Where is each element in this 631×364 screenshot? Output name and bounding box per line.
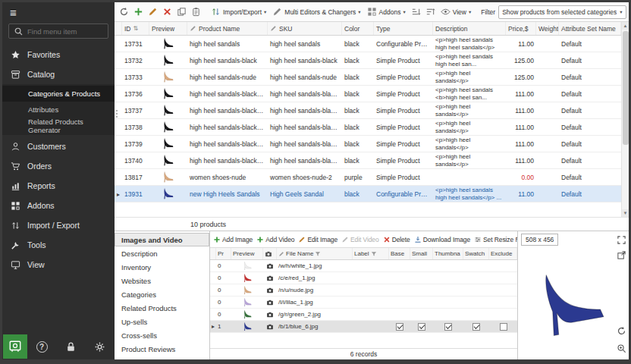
sidebar-item-customers[interactable]: Customers <box>2 136 115 156</box>
detail-tab[interactable]: Images and Video <box>115 233 209 246</box>
lock-icon[interactable] <box>65 341 77 353</box>
row-expander[interactable]: ▸ <box>210 299 216 306</box>
add-image-button[interactable]: Add Image <box>213 236 253 243</box>
detail-tab[interactable]: Websites <box>115 274 209 287</box>
scroll-thumb[interactable] <box>623 31 629 145</box>
col-description[interactable]: Description <box>433 22 506 35</box>
col-base[interactable]: Base <box>389 248 410 259</box>
sidebar-item-favorites[interactable]: Favorites <box>2 45 115 64</box>
help-button[interactable]: ? <box>36 341 48 353</box>
product-row[interactable]: ▸ 13738 high heel sandals-black-37 high … <box>115 119 621 136</box>
row-expander[interactable]: ▸ <box>115 190 122 198</box>
col-weight[interactable]: Weight <box>536 22 559 35</box>
product-row[interactable]: ▸ 13817 women shoes-nude women shoes-nud… <box>115 169 621 186</box>
image-row[interactable]: ▸ 1 /b/1/blue_6.jpg <box>210 321 517 333</box>
col-camera[interactable] <box>263 248 277 259</box>
multi-editors-menu[interactable]: Multi Editors & Changers▾ <box>270 5 363 18</box>
refresh-button[interactable] <box>118 5 130 18</box>
col-id[interactable]: ID⇅ <box>122 22 149 35</box>
vertical-scrollbar[interactable]: ▲ ▼ <box>621 22 629 217</box>
row-expander[interactable]: ▸ <box>115 40 122 48</box>
product-row[interactable]: ▸ 13739 high heel sandals-black-37 high … <box>115 136 621 152</box>
sidebar-item-related-products-generator[interactable]: Related Products Generator <box>2 118 115 133</box>
splitter-handle[interactable] <box>115 110 118 118</box>
sort-descending-button[interactable] <box>424 5 437 18</box>
sort-ascending-button[interactable] <box>410 5 422 18</box>
view-menu[interactable]: View▾ <box>438 5 474 18</box>
col-exclude[interactable]: Exclude <box>489 248 517 259</box>
set-resize-rule-button[interactable]: Set Resize Rule <box>474 236 517 243</box>
zoom-icon[interactable] <box>617 344 626 353</box>
product-row[interactable]: ▸ 13732 high heel sandals-black high hee… <box>115 52 621 69</box>
store-manager-button[interactable] <box>3 334 27 359</box>
col-small[interactable]: Small <box>410 248 433 259</box>
rotate-icon[interactable] <box>617 326 626 336</box>
detail-tab[interactable]: Related Products <box>115 301 209 315</box>
col-label[interactable]: Label <box>353 248 389 259</box>
detail-tab[interactable]: Categories <box>115 287 209 301</box>
row-expander[interactable]: ▸ <box>115 124 122 131</box>
col-product-name[interactable]: Product Name <box>187 22 268 35</box>
image-row[interactable]: ▸ 0 /c/e/red_1.jpg <box>210 272 517 284</box>
row-expander[interactable]: ▸ <box>115 140 122 148</box>
col-price[interactable]: Price,$ <box>506 22 536 35</box>
sidebar-item-tools[interactable]: Tools <box>2 235 115 255</box>
edit-product-button[interactable] <box>146 5 159 18</box>
col-attribute-set[interactable]: Attribute Set Name <box>559 22 621 35</box>
detail-tab[interactable]: Description <box>115 246 209 260</box>
expand-icon[interactable] <box>617 235 626 245</box>
col-swatch[interactable]: Swatch <box>463 248 489 259</box>
sidebar-item-attributes[interactable]: Attributes <box>2 102 115 118</box>
exclude-checkbox[interactable] <box>500 323 507 331</box>
menu-search-input[interactable] <box>27 27 103 36</box>
filters-menu[interactable]: Filters▾ <box>628 5 629 18</box>
scroll-up-arrow[interactable]: ▲ <box>622 22 629 30</box>
detail-tab[interactable]: Inventory <box>115 260 209 274</box>
row-expander[interactable]: ▸ <box>210 311 216 318</box>
product-row[interactable]: ▸ 13740 high heel sandals-black-38 high … <box>115 152 621 169</box>
delete-image-button[interactable]: Delete <box>383 236 410 243</box>
sidebar-item-view[interactable]: View <box>2 255 115 275</box>
row-expander[interactable]: ▸ <box>115 90 122 98</box>
product-row[interactable]: ▸ 13931 new High Heels Sandals High Geel… <box>115 186 621 202</box>
add-product-button[interactable] <box>132 5 145 18</box>
scroll-down-arrow[interactable]: ▼ <box>622 209 629 217</box>
col-file-name[interactable]: File Name <box>277 248 353 259</box>
product-row[interactable]: ▸ 13737 high heel sandals-black-36 high … <box>115 102 621 119</box>
image-row[interactable]: ▸ 0 /w/h/white_1.jpg <box>210 260 517 272</box>
sidebar-item-reports[interactable]: Reports <box>2 176 115 196</box>
import-export-menu[interactable]: Import/Export▾ <box>209 5 268 18</box>
col-sku[interactable]: SKU <box>268 22 342 35</box>
sidebar-item-addons[interactable]: Addons <box>2 196 115 215</box>
addons-menu[interactable]: Addons▾ <box>365 5 408 18</box>
download-image-button[interactable]: Download Image <box>414 236 470 243</box>
row-expander[interactable]: ▸ <box>210 287 216 293</box>
gear-icon[interactable] <box>94 341 105 353</box>
col-priority[interactable]: Pr <box>216 248 231 259</box>
row-expander[interactable]: ▸ <box>210 275 216 281</box>
category-filter-select[interactable]: Show products from selected categories ▾ <box>498 5 626 19</box>
col-type[interactable]: Type <box>374 22 433 35</box>
row-expander[interactable]: ▸ <box>115 74 122 81</box>
detail-tab[interactable]: Product Reviews <box>115 342 209 356</box>
base-checkbox[interactable] <box>396 323 403 331</box>
swatch-checkbox[interactable] <box>472 323 480 331</box>
col-preview[interactable]: Preview <box>149 22 187 35</box>
edit-video-button[interactable]: Edit Video <box>341 236 379 243</box>
paste-button[interactable] <box>190 5 202 18</box>
row-expander[interactable]: ▸ <box>210 323 216 330</box>
image-row[interactable]: ▸ 0 /g/r/green_2.jpg <box>210 309 517 321</box>
add-video-button[interactable]: Add Video <box>256 236 294 243</box>
col-thumbnail[interactable]: Thumbna <box>433 248 463 259</box>
row-expander[interactable]: ▸ <box>115 174 122 181</box>
sidebar-item-categories-products[interactable]: Categories & Products <box>2 86 115 102</box>
row-expander[interactable]: ▸ <box>115 57 122 64</box>
thumbnail-checkbox[interactable] <box>444 323 452 331</box>
image-row[interactable]: ▸ 0 /n/u/nude.jpg <box>210 284 517 297</box>
row-expander[interactable]: ▸ <box>210 262 216 269</box>
col-color[interactable]: Color <box>342 22 374 35</box>
detail-tab[interactable]: Cross-sells <box>115 328 209 342</box>
col-preview[interactable]: Preview <box>231 248 263 259</box>
sidebar-item-orders[interactable]: Orders <box>2 156 115 176</box>
product-row[interactable]: ▸ 13731 high heel sandals high heel sand… <box>115 36 621 52</box>
